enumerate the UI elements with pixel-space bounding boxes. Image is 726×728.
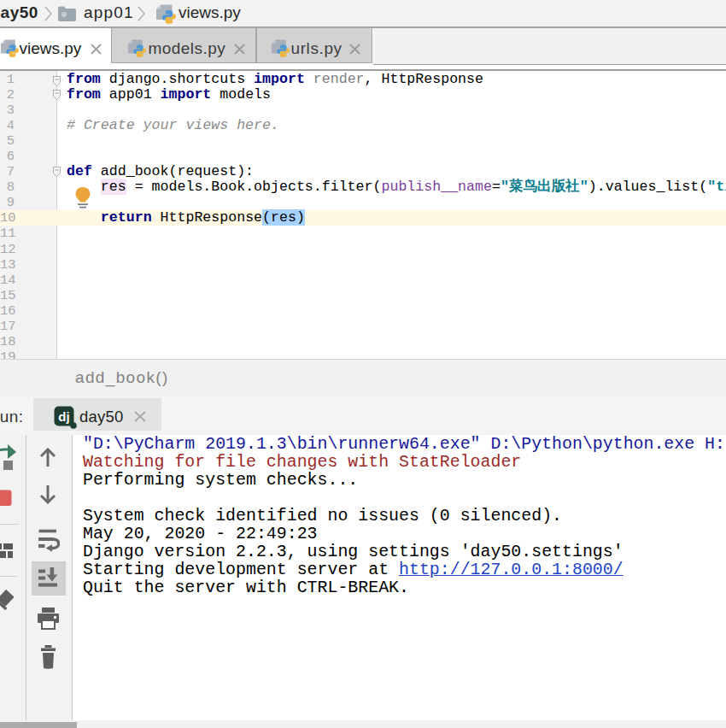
svg-text:dj: dj: [58, 409, 69, 424]
